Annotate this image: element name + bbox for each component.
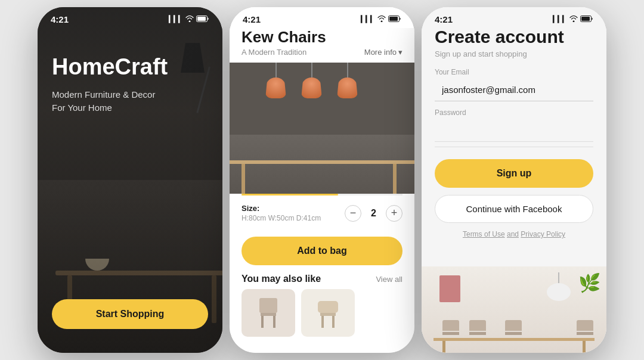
create-account-screen: 4:21 ▎▎▎ <box>422 7 606 353</box>
dining-table <box>230 160 414 164</box>
quantity-value: 2 <box>371 208 376 219</box>
battery-icon-3 <box>580 15 593 23</box>
svg-rect-11 <box>332 316 335 328</box>
status-time-1: 4:21 <box>51 14 69 24</box>
increase-quantity-button[interactable]: + <box>386 205 402 222</box>
battery-icon-2 <box>388 15 401 23</box>
product-tagline: A Modern Tradition <box>242 48 306 57</box>
terms-text: Terms of Use and Privacy Policy <box>435 230 593 238</box>
svg-rect-5 <box>261 313 276 316</box>
product-screen: 4:21 ▎▎▎ <box>230 7 414 353</box>
app-subtitle: Modern Furniture & Decor For Your Home <box>52 88 208 115</box>
room-pendant <box>547 272 571 308</box>
password-field-group: Password <box>435 108 593 147</box>
create-account-subtitle: Sign up and start shopping <box>435 49 593 58</box>
wall-art <box>439 275 460 302</box>
svg-rect-9 <box>320 313 336 316</box>
product-details: Size: H:80cm W:50cm D:41cm − 2 + <box>230 195 414 237</box>
more-info-button[interactable]: More info ▾ <box>364 48 402 57</box>
size-label: Size: <box>242 204 321 213</box>
room-chair-1 <box>442 320 460 347</box>
status-icons-2: ▎▎▎ <box>361 15 401 23</box>
status-time-2: 4:21 <box>243 14 261 24</box>
pendant-lamp-1 <box>265 63 286 98</box>
password-label: Password <box>435 108 593 117</box>
size-dimensions: H:80cm W:50cm D:41cm <box>242 214 321 222</box>
status-bar-3: 4:21 ▎▎▎ <box>422 7 606 27</box>
start-shopping-button[interactable]: Start Shopping <box>52 299 208 329</box>
pendant-lamp-2 <box>301 63 322 98</box>
product-title: Kew Chairs <box>242 28 402 46</box>
wifi-icon-2 <box>377 15 386 23</box>
scene-floor <box>230 135 414 194</box>
view-all-link[interactable]: View all <box>376 275 402 284</box>
status-bar-2: 4:21 ▎▎▎ <box>230 7 414 27</box>
recommendations-header: You may also like View all <box>230 265 414 289</box>
recommendation-thumbnails <box>230 289 414 337</box>
add-to-bag-button[interactable]: Add to bag <box>242 237 402 265</box>
wifi-icon-3 <box>569 15 578 23</box>
splash-cta-area: Start Shopping <box>52 299 208 329</box>
splash-screen: 4:21 ▎▎▎ <box>38 7 222 353</box>
bottom-room-image: 🌿 <box>422 266 606 353</box>
svg-rect-4 <box>259 298 277 313</box>
product-image <box>230 63 414 194</box>
svg-rect-8 <box>318 301 338 313</box>
wifi-icon <box>185 15 194 23</box>
decrease-quantity-button[interactable]: − <box>345 205 361 222</box>
room-chair-3 <box>505 320 523 347</box>
svg-rect-6 <box>261 316 264 328</box>
product-header: Kew Chairs A Modern Tradition More info … <box>230 28 414 63</box>
size-info: Size: H:80cm W:50cm D:41cm <box>242 204 321 222</box>
pendant-lamp-3 <box>337 63 358 98</box>
terms-of-use-link[interactable]: Terms of Use <box>463 230 505 238</box>
quantity-control: − 2 + <box>345 205 402 222</box>
status-icons-1: ▎▎▎ <box>169 15 209 23</box>
phone-screen-2: 4:21 ▎▎▎ <box>230 7 414 353</box>
email-label: Your Email <box>435 68 593 76</box>
product-subtitle-row: A Modern Tradition More info ▾ <box>242 48 402 57</box>
status-bar-1: 4:21 ▎▎▎ <box>38 7 222 27</box>
signal-icon-3: ▎▎▎ <box>553 15 567 23</box>
battery-icon <box>196 15 209 23</box>
status-icons-3: ▎▎▎ <box>553 15 593 23</box>
app-title: HomeCraft <box>52 55 208 80</box>
privacy-policy-link[interactable]: Privacy Policy <box>521 230 565 238</box>
phone-screen-3: 4:21 ▎▎▎ <box>422 7 606 353</box>
you-may-also-title: You may also like <box>242 274 321 284</box>
room-chair-2 <box>469 320 487 347</box>
email-input[interactable] <box>435 79 593 101</box>
facebook-button[interactable]: Continue with Facebook <box>435 195 593 223</box>
room-scene: 🌿 <box>422 266 606 353</box>
svg-rect-7 <box>273 316 275 328</box>
status-time-3: 4:21 <box>435 14 453 24</box>
recommendation-item-2[interactable] <box>301 289 355 337</box>
signal-icon-2: ▎▎▎ <box>361 15 375 23</box>
splash-content: HomeCraft Modern Furniture & Decor For Y… <box>52 55 208 115</box>
signal-icon: ▎▎▎ <box>169 15 183 23</box>
svg-rect-3 <box>389 17 398 21</box>
sign-up-button[interactable]: Sign up <box>435 159 593 188</box>
password-input[interactable] <box>435 119 593 142</box>
email-field-group: Your Email <box>435 68 593 101</box>
room-chair-4 <box>577 320 595 347</box>
size-quantity-row: Size: H:80cm W:50cm D:41cm − 2 + <box>242 204 402 222</box>
recommendation-item-1[interactable] <box>242 289 295 337</box>
svg-rect-13 <box>581 17 590 21</box>
svg-rect-1 <box>197 17 206 21</box>
plant-decoration: 🌿 <box>578 272 600 293</box>
svg-rect-10 <box>321 316 324 328</box>
chevron-down-icon: ▾ <box>398 48 402 57</box>
create-account-form: Create account Sign up and start shoppin… <box>422 22 606 238</box>
phone-screen-1: 4:21 ▎▎▎ <box>38 7 222 353</box>
create-account-title: Create account <box>435 27 593 47</box>
